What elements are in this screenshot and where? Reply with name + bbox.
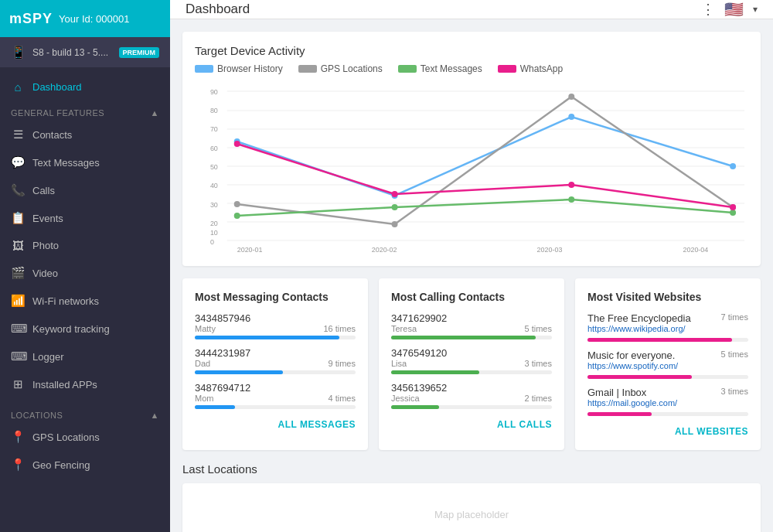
- websites-title: Most Visited Websites: [587, 291, 748, 303]
- last-locations-title: Last Locations: [182, 462, 761, 476]
- website-url-2[interactable]: https://mail.google.com/: [587, 398, 677, 408]
- svg-text:60: 60: [210, 145, 218, 152]
- svg-text:2020-03: 2020-03: [537, 246, 563, 254]
- sidebar-item-text-messages[interactable]: 💬 Text Messages: [0, 148, 170, 176]
- legend-whatsapp: WhatsApp: [498, 63, 563, 74]
- svg-point-28: [392, 221, 398, 227]
- events-icon: 📋: [11, 211, 25, 225]
- website-times-1: 5 times: [721, 350, 748, 359]
- calling-name-2: Jessica: [391, 394, 420, 403]
- device-icon: 📱: [11, 45, 26, 60]
- calling-footer: ALL CALLS: [391, 417, 552, 431]
- messaging-contact-1: 3444231987 Dad 9 times: [195, 347, 356, 374]
- all-messages-link[interactable]: ALL MESSAGES: [278, 419, 356, 430]
- calling-contact-2: 3456139652 Jessica 2 times: [391, 382, 552, 409]
- sidebar-item-wifi[interactable]: 📶 Wi-Fi networks: [0, 287, 170, 315]
- calling-bar-2: [391, 405, 439, 409]
- sidebar-item-apps-label: Installed APPs: [32, 379, 97, 390]
- svg-point-32: [392, 204, 398, 210]
- sidebar-item-dashboard[interactable]: ⌂ Dashboard: [0, 73, 170, 101]
- messaging-times-2: 4 times: [329, 394, 356, 403]
- messaging-number-2: 3487694712: [195, 382, 356, 394]
- website-times-0: 7 times: [721, 312, 748, 322]
- legend-color-texts: [398, 65, 417, 73]
- sidebar-item-geo[interactable]: 📍 Geo Fencing: [0, 451, 170, 479]
- svg-text:2020-04: 2020-04: [683, 246, 708, 254]
- website-title-2: Gmail | Inbox: [587, 387, 677, 398]
- all-websites-link[interactable]: ALL WEBSITES: [675, 426, 748, 437]
- sidebar-item-logger[interactable]: ⌨ Logger: [0, 343, 170, 370]
- photo-icon: 🖼: [11, 239, 25, 252]
- sidebar-item-gps-label: GPS Locations: [32, 431, 100, 443]
- sidebar-item-calls[interactable]: 📞 Calls: [0, 176, 170, 204]
- sidebar-header: mSPY Your Id: 000001: [0, 0, 170, 37]
- svg-point-25: [568, 114, 574, 120]
- svg-point-38: [730, 204, 736, 210]
- sidebar-item-geo-label: Geo Fencing: [32, 459, 90, 471]
- chevron-up-icon-2: ▲: [151, 411, 159, 420]
- all-calls-link[interactable]: ALL CALLS: [497, 419, 552, 430]
- svg-text:2020-02: 2020-02: [372, 246, 397, 254]
- messaging-footer: ALL MESSAGES: [195, 417, 356, 431]
- wifi-icon: 📶: [11, 294, 25, 308]
- websites-footer: ALL WEBSITES: [587, 424, 748, 438]
- topbar-actions: ⋮ 🇺🇸 ▾: [701, 0, 758, 19]
- sidebar-item-keyword[interactable]: ⌨ Keyword tracking: [0, 315, 170, 343]
- svg-point-29: [568, 94, 574, 100]
- sidebar-item-events-label: Events: [32, 213, 63, 224]
- calling-number-0: 3471629902: [391, 312, 552, 324]
- sidebar-item-photo[interactable]: 🖼 Photo: [0, 232, 170, 259]
- sidebar-item-apps[interactable]: ⊞ Installed APPs: [0, 370, 170, 398]
- legend-label-gps: GPS Locations: [321, 63, 383, 74]
- geo-icon: 📍: [11, 458, 25, 472]
- messaging-contact-2: 3487694712 Mom 4 times: [195, 382, 356, 409]
- more-options-icon[interactable]: ⋮: [701, 1, 715, 18]
- messaging-bar-0: [195, 336, 339, 339]
- legend-label-browser: Browser History: [217, 63, 283, 74]
- device-name: S8 - build 13 - 5....: [32, 47, 113, 58]
- chart-legend: Browser History GPS Locations Text Messa…: [195, 63, 748, 74]
- svg-point-35: [234, 141, 240, 147]
- messages-icon: 💬: [11, 155, 25, 169]
- keyword-icon: ⌨: [11, 322, 25, 336]
- calling-name-1: Lisa: [391, 359, 407, 368]
- website-item-1: Music for everyone. https://www.spotify.…: [587, 350, 748, 379]
- sidebar-item-contacts[interactable]: ☰ Contacts: [0, 121, 170, 148]
- widgets-row: Most Messaging Contacts 3434857946 Matty…: [182, 278, 761, 450]
- website-title-0: The Free Encyclopedia: [587, 312, 691, 324]
- website-url-0[interactable]: https://www.wikipedia.org/: [587, 324, 691, 333]
- nav-general: ⌂ Dashboard GENERAL FEATURES ▲ ☰ Contact…: [0, 67, 170, 485]
- sidebar-item-gps[interactable]: 📍 GPS Locations: [0, 423, 170, 451]
- svg-text:0: 0: [210, 238, 214, 246]
- messaging-number-0: 3434857946: [195, 312, 356, 324]
- messaging-bar-1: [195, 370, 283, 374]
- calling-bar-0: [391, 336, 536, 339]
- legend-label-whatsapp: WhatsApp: [520, 63, 563, 74]
- calling-contact-0: 3471629902 Teresa 5 times: [391, 312, 552, 339]
- page-title: Dashboard: [186, 2, 250, 17]
- website-title-1: Music for everyone.: [587, 350, 678, 361]
- sidebar-item-wifi-label: Wi-Fi networks: [32, 295, 99, 307]
- sidebar-item-dashboard-label: Dashboard: [32, 81, 82, 93]
- contacts-icon: ☰: [11, 128, 25, 142]
- logger-icon: ⌨: [11, 350, 25, 363]
- svg-point-31: [234, 213, 240, 219]
- calling-number-2: 3456139652: [391, 382, 552, 394]
- dropdown-arrow[interactable]: ▾: [753, 4, 758, 15]
- sidebar-item-video[interactable]: 🎬 Video: [0, 259, 170, 287]
- svg-text:10: 10: [210, 229, 218, 237]
- legend-texts: Text Messages: [398, 63, 482, 74]
- svg-text:90: 90: [210, 88, 218, 96]
- websites-card: Most Visited Websites The Free Encyclope…: [575, 278, 761, 450]
- legend-browser: Browser History: [195, 63, 283, 74]
- messaging-title: Most Messaging Contacts: [195, 291, 356, 303]
- calling-name-0: Teresa: [391, 324, 417, 333]
- website-url-1[interactable]: https://www.spotify.com/: [587, 361, 678, 370]
- svg-text:30: 30: [210, 201, 218, 209]
- calling-number-1: 3476549120: [391, 347, 552, 359]
- sidebar-item-video-label: Video: [32, 268, 58, 279]
- sidebar-item-photo-label: Photo: [32, 240, 59, 251]
- calling-times-0: 5 times: [525, 324, 552, 333]
- sidebar-item-events[interactable]: 📋 Events: [0, 204, 170, 232]
- sidebar-item-keyword-label: Keyword tracking: [32, 323, 110, 335]
